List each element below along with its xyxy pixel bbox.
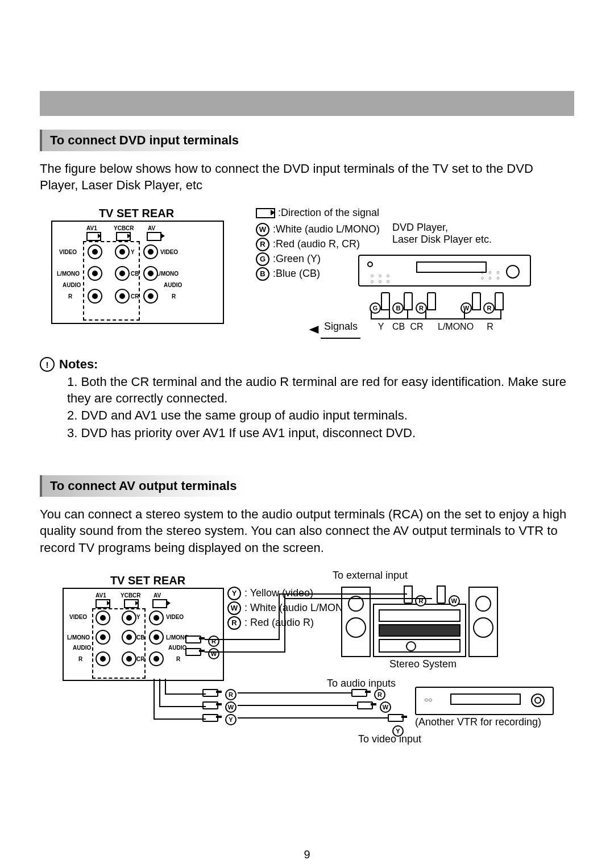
jack2-av1-video: [96, 610, 110, 625]
ck-w-icon: W: [227, 601, 241, 615]
legend-w-icon: W: [256, 223, 269, 236]
yc-arrow-icon-2: [124, 599, 139, 608]
note-2: 2. DVD and AV1 use the same group of aud…: [67, 408, 574, 424]
row-lmono-r: L/MONO: [156, 271, 179, 277]
jack2-yc-y: [122, 610, 136, 625]
jack2-avout-lmono: [149, 630, 164, 645]
tv-rear-title-1: TV SET REAR: [74, 207, 199, 220]
row2-lmono-l: L/MONO: [67, 634, 90, 641]
stereo-system-label: Stereo System: [389, 658, 457, 670]
signals-arrow-icon: [309, 326, 319, 334]
sig-r: R: [484, 322, 496, 332]
rca-w-label-2: W: [225, 701, 237, 713]
diagram-dvd: TV SET REAR AV1 YCBCR AV VIDEO Y VIDEO L…: [40, 207, 574, 349]
col-avout: AV: [148, 225, 155, 231]
jack2-avout-video: [149, 610, 164, 625]
row-r-r: R: [172, 293, 176, 300]
dvd-device-label: DVD Player, Laser Disk Player etc.: [392, 222, 540, 246]
tv-rear-title-2: TV SET REAR: [85, 574, 210, 587]
notes-list: 1. Both the CR terminal and the audio R …: [40, 374, 574, 441]
sig-cr: CR: [409, 322, 424, 332]
note-1: 1. Both the CR terminal and the audio R …: [67, 374, 574, 406]
yc2-cb: CB: [136, 634, 144, 641]
av-intro-text: You can connect a stereo system to the a…: [40, 506, 574, 555]
ck-r-icon: R: [227, 616, 241, 630]
avout-arrow-icon-2: [152, 599, 167, 608]
yc-cr: CR: [131, 293, 139, 300]
plug-group-audio: W R: [460, 290, 504, 314]
row-lmono-l: L/MONO: [57, 271, 80, 277]
col-yc: YCBCR: [114, 225, 134, 231]
section-dvd-heading: To connect DVD input terminals: [40, 130, 574, 151]
yc2-y: Y: [136, 614, 140, 620]
rca-r-label-1: R: [208, 636, 219, 647]
avout-arrow-icon: [147, 232, 161, 241]
row2-r-l: R: [78, 656, 82, 662]
rca-r-label-3: R: [374, 689, 385, 700]
to-audio-inputs: To audio inputs: [327, 678, 396, 690]
notes-heading: ! Notes:: [40, 357, 574, 372]
legend-w: W:White (audio L/MONO): [256, 223, 380, 236]
vtr-label: (Another VTR for recording): [415, 716, 541, 728]
jack2-yc-cb: [122, 630, 136, 645]
vtr-box: ○○: [415, 687, 554, 715]
row2-r-r: R: [176, 656, 180, 662]
col2-yc: YCBCR: [121, 592, 141, 599]
row-video-l: VIDEO: [59, 249, 77, 255]
jack-avout-video: [143, 244, 158, 259]
section-dvd-title: To connect DVD input terminals: [40, 130, 248, 151]
speaker-left: [341, 587, 371, 657]
row2-audio-r: AUDIO: [168, 645, 186, 651]
jack-av1-video: [88, 244, 102, 259]
row-audio-r: AUDIO: [164, 282, 182, 288]
section-av-title: To connect AV output terminals: [40, 475, 246, 497]
jack-avout-r: [143, 289, 158, 304]
jack2-av1-lmono: [96, 630, 110, 645]
notes-icon: !: [40, 357, 55, 372]
to-video-input: To video input: [358, 733, 421, 745]
sig-lmono: L/MONO: [438, 322, 472, 332]
signals-label: Signals: [324, 321, 358, 333]
legend-direction: :Direction of the signal: [256, 207, 379, 219]
rca-w-label-1: W: [208, 648, 219, 659]
stereo-input-plugs: R W: [404, 583, 460, 607]
col2-avout: AV: [154, 592, 161, 599]
speaker-right: [468, 587, 498, 657]
row-r-l: R: [68, 293, 72, 300]
yc-cb: CB: [131, 271, 139, 277]
sig-y: Y: [375, 322, 387, 332]
tv-rear-panel-1: AV1 YCBCR AV VIDEO Y VIDEO L/MONO CB L/M…: [51, 221, 224, 324]
note-3: 3. DVD has priority over AV1 If use AV1 …: [67, 425, 574, 442]
notes-title: Notes:: [59, 357, 98, 372]
tv-rear-panel-2: AV1 YCBCR AV VIDEO Y VIDEO L/MONO CB L/M…: [63, 588, 224, 681]
row2-video-r: VIDEO: [166, 614, 184, 620]
dvd-intro-text: The figure below shows how to connect th…: [40, 160, 574, 193]
jack2-yc-cr: [122, 651, 136, 666]
jack-yc-cr: [115, 289, 130, 304]
legend-b: B:Blue (CB): [256, 267, 320, 281]
legend-g-icon: G: [256, 252, 269, 266]
jack-av1-lmono: [88, 266, 102, 281]
stereo-main: [373, 604, 466, 657]
rca-y-label-2: Y: [225, 714, 237, 725]
jack-yc-y: [115, 244, 130, 259]
row-video-r: VIDEO: [160, 249, 178, 255]
jack-av1-r: [88, 289, 102, 304]
ck-y-icon: Y: [227, 587, 241, 600]
legend-g: G:Green (Y): [256, 252, 321, 266]
section-av-heading: To connect AV output terminals: [40, 475, 574, 497]
dvd-player-box: ○ ○ ○ ○ ○ ○ ○ ○ ○ ○ ○ ○: [358, 255, 531, 286]
col-av1: AV1: [86, 225, 97, 231]
header-band: [40, 91, 574, 116]
col2-av1: AV1: [96, 592, 106, 599]
jack2-avout-r: [149, 651, 164, 666]
yc-y: Y: [131, 249, 135, 255]
color-key-r: R: Red (audio R): [227, 616, 314, 630]
legend-direction-text: :Direction of the signal: [278, 207, 379, 218]
yc-arrow-icon: [116, 232, 131, 241]
yc2-cr: CR: [136, 656, 144, 662]
av1-arrow-icon: [86, 232, 101, 241]
jack2-av1-r: [96, 651, 110, 666]
row2-audio-l: AUDIO: [73, 645, 91, 651]
sig-cb: CB: [391, 322, 406, 332]
